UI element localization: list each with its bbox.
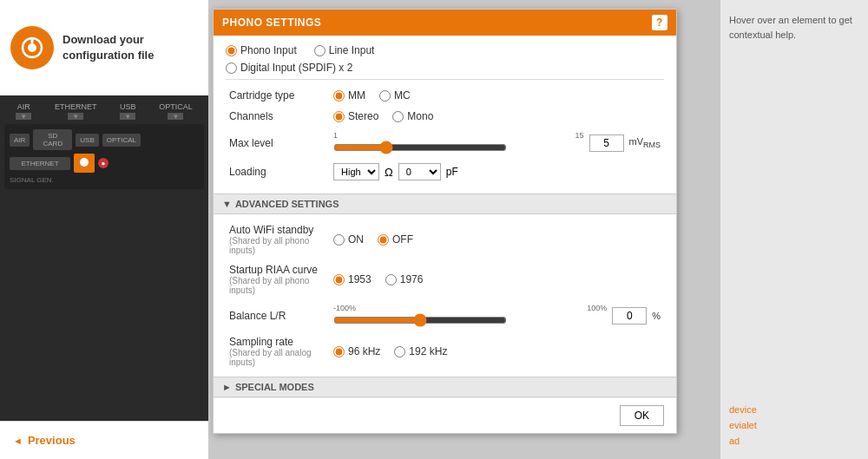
bottom-nav: Previous (0, 421, 208, 459)
usb-connector: USB (120, 102, 136, 120)
help-link-2[interactable]: evialet (729, 420, 859, 430)
mc-label: MC (394, 89, 411, 102)
192khz-radio[interactable] (394, 346, 405, 357)
stereo-option[interactable]: Stereo (333, 110, 378, 122)
mm-option[interactable]: MM (333, 89, 365, 102)
line-input-option[interactable]: Line Input (314, 44, 375, 56)
loading-value: High Low Ω 0 100 220 pF (330, 159, 664, 185)
balance-label: Balance L/R (226, 299, 330, 331)
maxlevel-slider[interactable] (333, 141, 507, 154)
record-btn (74, 154, 95, 173)
previous-button[interactable]: Previous (13, 434, 76, 447)
chevron-icon: ▼ (222, 199, 232, 209)
line-radio[interactable] (314, 45, 326, 56)
96khz-label: 96 kHz (348, 345, 380, 357)
optical-connector: OPTICAL (159, 102, 193, 120)
settings-table: Cartridge type MM MC Channel (226, 85, 664, 185)
riaa-value: 1953 1976 (330, 259, 664, 299)
help-link-1[interactable]: device (729, 404, 859, 415)
help-links: device evialet ad (729, 404, 859, 446)
line-label: Line Input (329, 44, 375, 56)
download-header: Download your configuration file (0, 0, 208, 95)
balance-max: 100% (587, 304, 607, 312)
ok-button[interactable]: OK (620, 405, 664, 426)
advanced-settings-header[interactable]: ▼ ADVANCED SETTINGS (214, 193, 676, 214)
download-title: Download your configuration file (62, 32, 198, 63)
stereo-label: Stereo (348, 110, 378, 122)
help-link-3[interactable]: ad (729, 436, 859, 446)
balance-min: -100% (333, 304, 356, 312)
special-modes-label: SPECIAL MODES (235, 382, 314, 392)
riaa-1976-radio[interactable] (385, 274, 397, 285)
svg-point-1 (28, 43, 36, 52)
maxlevel-slider-labels: 1 15 (333, 131, 584, 140)
riaa-1953-radio[interactable] (333, 274, 345, 285)
special-modes-header[interactable]: ► SPECIAL MODES (214, 377, 676, 397)
air-btn: AIR (10, 134, 30, 147)
signal-label: SIGNAL GEN. (10, 176, 54, 184)
stereo-radio[interactable] (333, 111, 345, 122)
channels-options: Stereo Mono (333, 110, 661, 122)
device-row-2: ETHERNET ● (10, 154, 199, 173)
loading-pf-select[interactable]: 0 100 220 (398, 163, 441, 180)
digital-input-option[interactable]: Digital Input (SPDIF) x 2 (226, 62, 352, 74)
mc-option[interactable]: MC (379, 89, 411, 102)
balance-row: Balance L/R -100% 100% % (226, 299, 664, 331)
air-label: AIR (17, 102, 30, 111)
riaa-1976-option[interactable]: 1976 (385, 273, 424, 285)
riaa-row: Startup RIAA curve (Shared by all phono … (226, 259, 664, 299)
mono-radio[interactable] (392, 111, 404, 122)
phono-radio[interactable] (226, 45, 237, 56)
mono-option[interactable]: Mono (392, 110, 433, 122)
cartridge-value: MM MC (330, 85, 664, 106)
modal-help-button[interactable]: ? (652, 15, 667, 30)
sampling-label: Sampling rate (Shared by all analog inpu… (226, 331, 330, 371)
wifi-off-option[interactable]: OFF (378, 233, 413, 246)
svg-rect-2 (31, 38, 34, 43)
left-panel: Download your configuration file AIR ETH… (0, 0, 208, 459)
balance-slider[interactable] (333, 313, 507, 327)
air-arrow (16, 113, 31, 120)
help-text: Hover over an element to get contextual … (729, 13, 859, 42)
maxlevel-input[interactable]: 5 (589, 134, 624, 152)
riaa-1953-option[interactable]: 1953 (333, 273, 372, 285)
phono-input-option[interactable]: Phono Input (226, 44, 297, 56)
advanced-settings-body: Auto WiFi standby (Shared by all phono i… (214, 214, 676, 377)
phono-settings-modal: PHONO SETTINGS ? Phono Input Line Input … (213, 9, 677, 434)
sampling-value: 96 kHz 192 kHz (330, 331, 664, 371)
mm-radio[interactable] (333, 90, 345, 102)
maxlevel-value: 1 15 5 mVRMS (330, 127, 664, 159)
ethernet-label: ETHERNET (55, 102, 97, 111)
digital-input-row: Digital Input (SPDIF) x 2 (226, 62, 664, 74)
loading-row: Loading High Low Ω 0 100 220 pF (226, 159, 664, 185)
autowifi-label: Auto WiFi standby (Shared by all phono i… (226, 220, 330, 259)
ethernet2-btn: ETHERNET (10, 157, 70, 170)
digital-radio[interactable] (226, 62, 237, 74)
96khz-radio[interactable] (333, 346, 345, 357)
channels-value: Stereo Mono (330, 106, 664, 127)
usb-arrow (120, 113, 135, 120)
balance-input[interactable] (612, 307, 647, 325)
192khz-label: 192 kHz (409, 345, 447, 357)
wifi-on-radio[interactable] (333, 234, 345, 246)
device-row-1: AIR SD CARD USB OPTICAL (10, 129, 199, 150)
wifi-on-option[interactable]: ON (333, 233, 364, 246)
modal-body: Phono Input Line Input Digital Input (SP… (214, 36, 676, 193)
optical2-btn: OPTICAL (102, 134, 141, 147)
riaa-label: Startup RIAA curve (Shared by all phono … (226, 259, 330, 299)
192khz-option[interactable]: 192 kHz (394, 345, 447, 357)
cartridge-row: Cartridge type MM MC (226, 85, 664, 106)
balance-slider-container: -100% 100% % (333, 304, 661, 327)
loading-label: Loading (226, 159, 330, 185)
riaa-options: 1953 1976 (333, 273, 661, 285)
wifi-on-label: ON (348, 233, 364, 246)
advanced-table: Auto WiFi standby (Shared by all phono i… (226, 220, 664, 371)
modal-footer: OK (214, 397, 676, 433)
96khz-option[interactable]: 96 kHz (333, 345, 380, 357)
special-chevron-icon: ► (222, 382, 232, 392)
loading-ohm-select[interactable]: High Low (333, 163, 379, 180)
mc-radio[interactable] (379, 90, 391, 102)
autowifi-options: ON OFF (333, 233, 661, 246)
wifi-off-radio[interactable] (378, 234, 389, 246)
cartridge-label: Cartridge type (226, 85, 330, 106)
